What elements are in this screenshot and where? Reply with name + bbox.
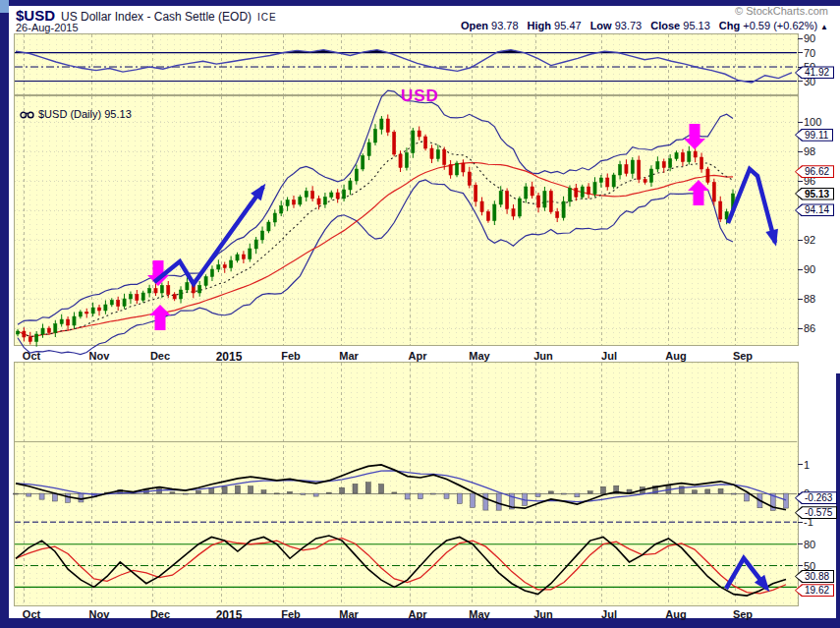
month-axis-label: Aug (665, 350, 686, 362)
month-axis-label: Nov (89, 608, 110, 620)
price-legend-label: $USD (Daily) 95.13 (38, 108, 132, 120)
month-axis-label: Apr (409, 608, 427, 620)
month-axis-label: May (469, 608, 489, 620)
axis-tick-label: 70 (804, 47, 815, 59)
axis-tick-label: 1 (804, 459, 810, 471)
month-axis-label: Dec (150, 350, 170, 362)
eyeglasses-icon (20, 109, 34, 119)
quote-value-close: 95.13 (680, 20, 710, 31)
month-axis-label: Sep (733, 608, 753, 620)
month-axis-label: May (469, 350, 489, 362)
quote-value-open: 93.78 (488, 20, 519, 31)
lower-indicator-panel (14, 362, 799, 606)
month-axis-label: Oct (23, 350, 40, 362)
red-ma-value-box: 96.62 (795, 165, 834, 178)
oscillator-value-box: 41.92 (795, 66, 834, 79)
copyright: © StockCharts.com (735, 5, 828, 17)
month-axis-label: Aug (665, 608, 686, 620)
chart-date: 26-Aug-2015 (16, 22, 79, 33)
close-value-box: 95.13 (795, 188, 834, 200)
quote-label-low: Low (590, 20, 612, 31)
month-axis-label: Feb (281, 608, 301, 620)
stoch-k-value-box: 30.88 (795, 570, 834, 583)
price-legend: $USD (Daily) 95.13 (20, 108, 132, 120)
quote-value-low: 93.73 (612, 20, 643, 31)
quote-label-high: High (528, 20, 551, 31)
stockcharts-chart-page: $USDUS Dollar Index - Cash Settle (EOD)I… (0, 0, 840, 628)
stoch-d-value-box: 19.62 (795, 584, 834, 597)
exchange: ICE (257, 12, 277, 23)
change-up-arrow-icon: ▲ (820, 23, 828, 31)
month-axis-label: Dec (150, 608, 170, 620)
chart-title: US Dollar Index - Cash Settle (EOD) (61, 10, 252, 24)
window-control-icon (0, 0, 9, 13)
axis-tick-label: 100 (804, 116, 821, 128)
month-axis-label: Jul (601, 608, 617, 620)
month-axis-label: 2015 (216, 608, 243, 622)
month-axis-label: Sep (733, 350, 753, 362)
axis-tick-label: 92 (804, 234, 815, 246)
lower-band-value-box: 94.14 (795, 203, 834, 216)
axis-tick-label: 98 (804, 145, 815, 157)
month-axis-label: Jul (601, 350, 617, 362)
quote-label-open: Open (461, 20, 488, 31)
macd-signal-value-box: -0.263 (795, 491, 837, 504)
month-axis-label: Oct (23, 608, 40, 620)
quote-value-high: 95.47 (551, 20, 582, 31)
upper-band-value-box: 99.11 (795, 129, 833, 142)
macd-value-box: -0.575 (795, 506, 837, 519)
quote-label-close: Close (650, 20, 680, 31)
axis-tick-label: 90 (804, 263, 815, 275)
month-axis-label: Nov (89, 350, 110, 362)
usd-annotation-text: USD (401, 86, 439, 106)
month-axis-label: Jun (533, 350, 553, 362)
axis-tick-label: 80 (804, 539, 815, 550)
axis-tick-label: 86 (804, 322, 815, 334)
axis-tick-label: 88 (804, 293, 815, 305)
price-panel (14, 95, 799, 346)
quote-value-chg: +0.59 (+0.62%) (740, 20, 817, 31)
quote-label-chg: Chg (719, 20, 740, 31)
month-axis-label: Jun (533, 608, 553, 620)
frame-top (0, 0, 840, 6)
axis-tick-label: 90 (804, 32, 815, 44)
month-axis-label: Apr (409, 350, 427, 362)
month-axis-label: Mar (339, 350, 359, 362)
month-axis-label: Feb (281, 350, 301, 362)
month-axis-label: 2015 (216, 350, 243, 364)
frame-left (0, 0, 9, 628)
month-axis-label: Mar (339, 608, 359, 620)
ohlc-quote-bar: Open 93.78High 95.47Low 93.73Close 95.13… (452, 20, 828, 31)
